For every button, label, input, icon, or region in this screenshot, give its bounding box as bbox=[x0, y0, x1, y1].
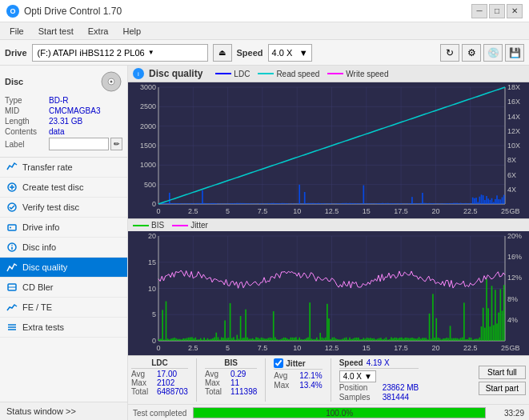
disc-title: Disc bbox=[5, 77, 23, 86]
disc-mid-row: MID CMCMAGBA3 bbox=[5, 106, 122, 115]
ldc-avg-key: Avg bbox=[131, 370, 154, 378]
speed-dropdown-arrow: ▼ bbox=[364, 372, 372, 381]
menubar: File Start test Extra Help bbox=[0, 22, 529, 40]
bis-max-row: Max 11 bbox=[205, 378, 257, 387]
bis-stats: BIS Avg 0.29 Max 11 Total 111398 bbox=[205, 358, 257, 402]
mid-val: CMCMAGBA3 bbox=[49, 106, 100, 115]
burn-button[interactable]: 💿 bbox=[483, 44, 503, 62]
drive-value: (F:) ATAPI iHBS112 2 PL06 bbox=[38, 48, 145, 58]
refresh-button[interactable]: ↻ bbox=[440, 44, 459, 62]
ldc-total-key: Total bbox=[131, 387, 154, 396]
disc-info-icon bbox=[6, 242, 18, 253]
menu-extra[interactable]: Extra bbox=[82, 25, 115, 38]
bis-stats-header: BIS bbox=[205, 358, 257, 369]
disc-quality-icon bbox=[6, 262, 18, 273]
nav-transfer-rate[interactable]: Transfer rate bbox=[0, 158, 127, 178]
menu-start-test[interactable]: Start test bbox=[32, 25, 80, 38]
progress-area: Test completed 100.0% 33:29 bbox=[128, 404, 529, 420]
status-window-button[interactable]: Status window >> bbox=[0, 402, 127, 420]
type-key: Type bbox=[5, 96, 49, 105]
jitter-avg-row: Avg 12.1% bbox=[274, 371, 322, 380]
jitter-stats-header: Jitter bbox=[286, 359, 305, 368]
nav-disc-quality[interactable]: Disc quality bbox=[0, 258, 127, 278]
menu-file[interactable]: File bbox=[3, 25, 30, 38]
samples-val: 381444 bbox=[383, 393, 409, 402]
bis-avg-val: 0.29 bbox=[230, 370, 246, 378]
nav-extra-tests[interactable]: Extra tests bbox=[0, 318, 127, 338]
legend-read-speed: Read speed bbox=[258, 70, 319, 78]
ldc-stats-header: LDC bbox=[131, 358, 188, 369]
speed-selector[interactable]: 4.0 X ▼ bbox=[268, 44, 312, 62]
app-title: Opti Drive Control 1.70 bbox=[24, 6, 122, 17]
mid-key: MID bbox=[5, 106, 49, 115]
ldc-total-val: 6488703 bbox=[157, 387, 188, 396]
drive-label: Drive bbox=[5, 48, 27, 58]
cd-bler-icon bbox=[6, 282, 18, 293]
drive-selector[interactable]: (F:) ATAPI iHBS112 2 PL06 ▼ bbox=[32, 44, 208, 62]
samples-key: Samples bbox=[339, 393, 379, 402]
speed-value: 4.0 X bbox=[272, 48, 293, 58]
legend-bis-color bbox=[133, 225, 149, 226]
speed-dropdown-val: 4.0 X bbox=[343, 372, 362, 381]
eject-button[interactable]: ⏏ bbox=[213, 44, 232, 62]
legend-jitter-label: Jitter bbox=[190, 221, 208, 230]
nav-verify-test-disc[interactable]: Verify test disc bbox=[0, 198, 127, 218]
stats-divider-1 bbox=[196, 358, 197, 402]
speed-dropdown[interactable]: 4.0 X ▼ bbox=[339, 370, 376, 382]
start-full-button[interactable]: Start full bbox=[479, 366, 526, 379]
nav-disc-quality-label: Disc quality bbox=[22, 262, 67, 272]
nav-verify-test-disc-label: Verify test disc bbox=[22, 202, 79, 212]
jitter-stats: Jitter Avg 12.1% Max 13.4% bbox=[274, 358, 322, 402]
menu-help[interactable]: Help bbox=[116, 25, 147, 38]
samples-row: Samples 381444 bbox=[339, 393, 419, 402]
drivebar: Drive (F:) ATAPI iHBS112 2 PL06 ▼ ⏏ Spee… bbox=[0, 40, 529, 66]
nav-drive-info[interactable]: Drive info bbox=[0, 218, 127, 238]
jitter-avg-key: Avg bbox=[274, 371, 296, 380]
ldc-stats: LDC Avg 17.00 Max 2102 Total 6488703 bbox=[131, 358, 188, 402]
minimize-button[interactable]: ─ bbox=[471, 4, 487, 18]
maximize-button[interactable]: □ bbox=[489, 4, 505, 18]
speed-stats-header: Speed bbox=[339, 358, 363, 367]
chart-header-icon: i bbox=[133, 68, 144, 79]
extra-tests-icon bbox=[6, 322, 18, 333]
bis-chart bbox=[128, 231, 529, 355]
jitter-header-row: Jitter bbox=[274, 358, 322, 370]
drive-info-icon bbox=[6, 222, 18, 233]
nav-cd-bler-label: CD Bler bbox=[22, 282, 54, 292]
charts-area: BIS Jitter bbox=[128, 82, 529, 355]
save-button[interactable]: 💾 bbox=[505, 44, 524, 62]
close-button[interactable]: ✕ bbox=[507, 4, 523, 18]
start-buttons: Start full Start part bbox=[479, 358, 526, 402]
label-input[interactable] bbox=[49, 138, 109, 150]
jitter-max-val: 13.4% bbox=[299, 381, 322, 390]
stats-divider-3 bbox=[331, 358, 331, 402]
nav-fe-te[interactable]: FE / TE bbox=[0, 298, 127, 318]
legend-write-speed: Write speed bbox=[327, 70, 388, 78]
label-edit-button[interactable]: ✏ bbox=[110, 138, 122, 150]
bis-total-row: Total 111398 bbox=[205, 387, 257, 396]
main-layout: Disc Type BD-R MID CMCMAGBA3 Length 23.3… bbox=[0, 66, 529, 420]
bis-avg-key: Avg bbox=[205, 370, 227, 378]
jitter-max-row: Max 13.4% bbox=[274, 381, 322, 390]
legend-ldc: LDC bbox=[215, 70, 250, 78]
speed-header-row: Speed 4.19 X bbox=[339, 358, 419, 369]
disc-type-row: Type BD-R bbox=[5, 96, 122, 105]
settings-button[interactable]: ⚙ bbox=[462, 44, 481, 62]
nav-disc-info-label: Disc info bbox=[22, 242, 56, 252]
start-part-button[interactable]: Start part bbox=[479, 382, 526, 395]
nav-create-test-disc[interactable]: Create test disc bbox=[0, 178, 127, 198]
nav-disc-info[interactable]: Disc info bbox=[0, 238, 127, 258]
bis-total-key: Total bbox=[205, 387, 227, 396]
bis-total-val: 111398 bbox=[230, 387, 257, 396]
legend-read-speed-color bbox=[258, 73, 274, 74]
create-test-disc-icon bbox=[6, 182, 18, 193]
ldc-avg-val: 17.00 bbox=[157, 370, 177, 378]
chart-legend-top: LDC Read speed Write speed bbox=[215, 70, 388, 78]
nav-cd-bler[interactable]: CD Bler bbox=[0, 278, 127, 298]
stats-divider-2 bbox=[265, 358, 266, 402]
disc-icon bbox=[100, 70, 122, 93]
ldc-chart bbox=[128, 82, 529, 218]
label-key: Label bbox=[5, 140, 49, 149]
speed-current-val: 4.19 X bbox=[367, 358, 390, 367]
jitter-checkbox[interactable] bbox=[274, 358, 283, 368]
